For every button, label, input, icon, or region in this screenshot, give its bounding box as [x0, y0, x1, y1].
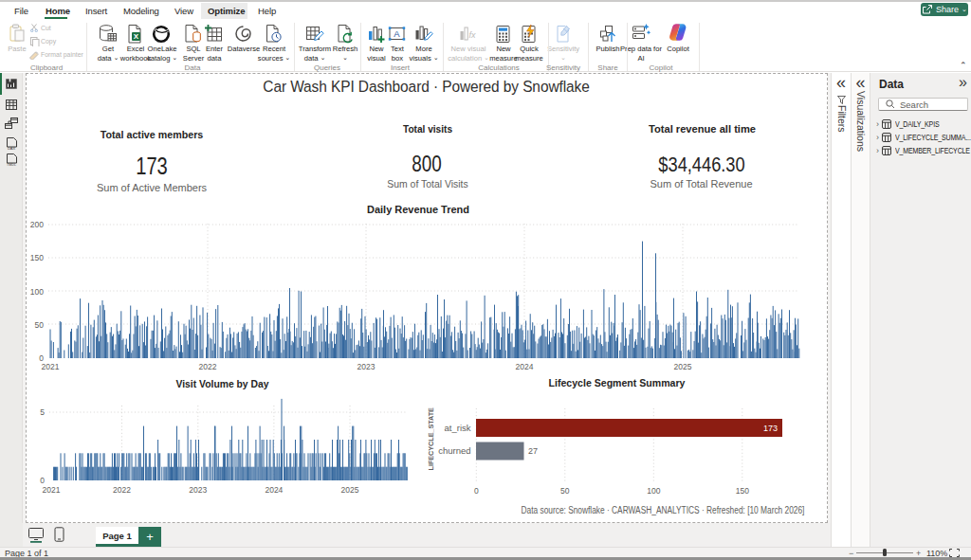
svg-text:5: 5 [40, 407, 45, 417]
svg-text:2025: 2025 [674, 362, 692, 371]
svg-text:150: 150 [30, 253, 44, 262]
svg-text:Data source: Snowflake · CARWA: Data source: Snowflake · CARWASH_ANALYTI… [522, 505, 805, 515]
svg-text:Car Wash KPI Dashboard · Power: Car Wash KPI Dashboard · Powered by Snow… [263, 77, 589, 95]
svg-text:100: 100 [30, 287, 44, 297]
svg-text:Sum of Active Members: Sum of Active Members [97, 182, 208, 193]
svg-text:2025: 2025 [341, 485, 359, 495]
svg-text:0: 0 [474, 486, 479, 496]
svg-text:Visit Volume by Day: Visit Volume by Day [176, 377, 270, 389]
svg-text:2022: 2022 [113, 485, 131, 495]
svg-text:0: 0 [40, 476, 45, 485]
svg-text:173: 173 [763, 424, 778, 433]
svg-text:2021: 2021 [42, 362, 60, 371]
svg-text:2022: 2022 [199, 362, 217, 371]
svg-text:DAX: DAX [8, 146, 16, 151]
svg-text:Sum of Total Visits: Sum of Total Visits [387, 177, 468, 189]
svg-text:Lifecycle Segment Summary: Lifecycle Segment Summary [549, 376, 687, 388]
svg-text:Sum of Total Revenue: Sum of Total Revenue [650, 178, 752, 190]
svg-text:100: 100 [647, 486, 660, 496]
svg-text:fx: fx [468, 30, 476, 40]
svg-text:Total active members: Total active members [101, 129, 203, 140]
svg-text:2023: 2023 [357, 362, 376, 371]
svg-text:2024: 2024 [265, 485, 283, 495]
svg-text:churned: churned [438, 445, 470, 456]
svg-text:800: 800 [412, 152, 441, 175]
svg-text:50: 50 [35, 320, 45, 330]
svg-text:Total visits: Total visits [403, 122, 452, 135]
svg-text:$34,446.30: $34,446.30 [658, 153, 744, 175]
svg-text:173: 173 [136, 153, 168, 180]
svg-text:Total revenue all time: Total revenue all time [649, 122, 756, 134]
svg-text:2023: 2023 [189, 485, 207, 495]
svg-text:X: X [134, 32, 139, 41]
svg-text:2021: 2021 [43, 485, 61, 495]
svg-text:at_risk: at_risk [445, 423, 471, 433]
svg-text:200: 200 [30, 220, 44, 229]
svg-text:LIFECYCLE_STATE: LIFECYCLE_STATE [427, 407, 435, 471]
svg-text:A: A [394, 28, 400, 39]
svg-text:27: 27 [528, 446, 538, 456]
svg-text:50: 50 [560, 486, 570, 496]
svg-text:TMDL: TMDL [7, 163, 16, 167]
svg-text:2024: 2024 [516, 362, 534, 371]
svg-text:150: 150 [736, 486, 749, 496]
svg-text:Daily Revenue Trend: Daily Revenue Trend [367, 204, 469, 215]
